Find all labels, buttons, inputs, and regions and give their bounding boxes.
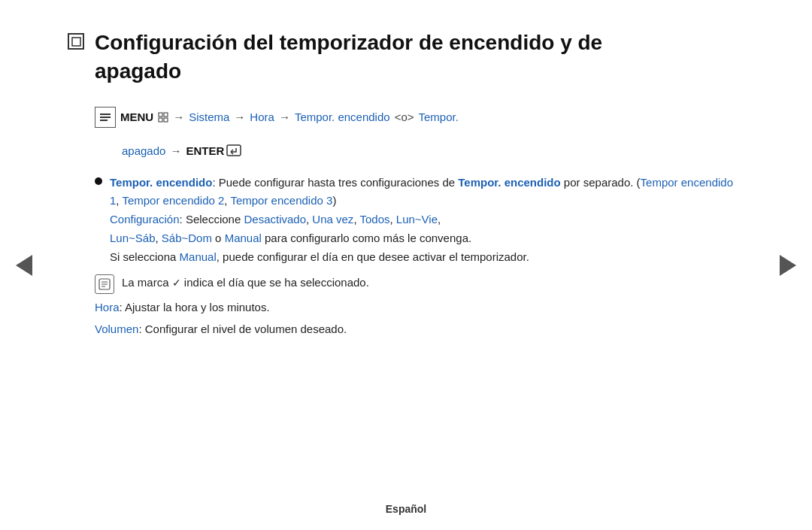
pencil-icon	[98, 277, 111, 291]
comma6: ,	[438, 213, 441, 226]
opt-manual2: Manual	[180, 250, 217, 263]
arrow2: →	[234, 111, 245, 123]
opt-todos: Todos	[359, 213, 389, 226]
arrow4: →	[170, 144, 181, 157]
menu-path-line2: apagado → ENTER	[122, 144, 744, 157]
note-text: La marca ✓ indica el día que se ha selec…	[122, 274, 369, 292]
close-paren: )	[332, 194, 336, 207]
text4: para configurarlo como más le convenga.	[262, 232, 471, 244]
svg-rect-3	[159, 118, 162, 122]
menu-step-tempor-encendido: Tempor. encendido	[295, 111, 390, 123]
link-tempor2: Tempor encendido 2	[122, 194, 224, 207]
right-arrow-shape	[780, 255, 796, 276]
hora-line: Hora: Ajustar la hora y los minutos.	[95, 298, 744, 316]
page-container: Configuración del temporizador de encend…	[0, 0, 812, 530]
grid-icon	[158, 112, 168, 123]
bullet-content: Tempor. encendido: Puede configurar hast…	[110, 174, 744, 267]
text6: , puede configurar el día en que desee a…	[217, 250, 529, 263]
arrow3: →	[279, 111, 290, 123]
menu-label: MENU	[120, 111, 153, 123]
config-label: Configuración	[110, 213, 180, 226]
note-text-after: indica el día que se ha seleccionado.	[181, 276, 369, 289]
svg-rect-2	[164, 113, 168, 117]
text5: Si selecciona	[110, 250, 180, 263]
bullet-dot	[95, 177, 102, 185]
opt-una-vez: Una vez	[312, 213, 353, 226]
menu-step-apagado: apagado	[122, 144, 165, 157]
menu-path-row: MENU → Sistema → Hora → Tempor. encendid…	[95, 107, 744, 128]
enter-label: ENTER	[186, 144, 241, 157]
bullet-text2: por separado. (	[561, 176, 641, 189]
opt-sab-dom: Sáb~Dom	[162, 232, 212, 244]
comma5: ,	[389, 213, 395, 226]
left-arrow-shape	[16, 255, 32, 276]
nav-arrow-left[interactable]	[14, 255, 35, 276]
volumen-line: Volumen: Configurar el nivel de volumen …	[95, 320, 744, 338]
title-row: Configuración del temporizador de encend…	[68, 29, 744, 86]
page-title: Configuración del temporizador de encend…	[95, 29, 602, 86]
opt-lun-sab: Lun~Sáb	[110, 232, 155, 244]
hora-text: : Ajustar la hora y los minutos.	[120, 301, 270, 313]
svg-rect-0	[72, 38, 80, 46]
config-text1: : Seleccione	[180, 213, 244, 226]
hora-term: Hora	[95, 301, 120, 313]
opt-manual: Manual	[225, 232, 262, 244]
link-tempor3: Tempor encendido 3	[230, 194, 332, 207]
text3: o	[212, 232, 225, 244]
footer-label: Español	[386, 503, 426, 515]
comma7: ,	[155, 232, 161, 244]
checkbox-icon	[68, 33, 84, 50]
bullet-section: Tempor. encendido: Puede configurar hast…	[95, 174, 744, 267]
svg-rect-4	[164, 118, 168, 122]
enter-icon-svg	[226, 144, 241, 156]
volumen-term: Volumen	[95, 323, 138, 335]
menu-step-hora: Hora	[250, 111, 274, 123]
svg-rect-1	[159, 113, 162, 117]
opt-lun-vie: Lun~Vie	[396, 213, 438, 226]
note-row: La marca ✓ indica el día que se ha selec…	[95, 274, 744, 294]
checkmark-symbol: ✓	[172, 277, 181, 289]
note-icon	[95, 274, 114, 294]
arrow1: →	[173, 111, 184, 123]
footer: Español	[0, 503, 812, 515]
svg-rect-5	[227, 145, 241, 156]
separator: <o>	[395, 111, 414, 123]
nav-arrow-right[interactable]	[777, 255, 798, 276]
note-text-before: La marca	[122, 276, 172, 289]
menu-step-tempor: Tempor.	[419, 111, 459, 123]
menu-step-sistema: Sistema	[189, 111, 229, 123]
opt-desactivado: Desactivado	[244, 213, 306, 226]
term-tempor-encendido2: Tempor. encendido	[458, 176, 560, 189]
volumen-text: : Configurar el nivel de volumen deseado…	[138, 323, 347, 335]
menu-icon	[95, 107, 116, 128]
term-tempor-encendido: Tempor. encendido	[110, 176, 212, 189]
bullet-text1: : Puede configurar hasta tres configurac…	[212, 176, 458, 189]
